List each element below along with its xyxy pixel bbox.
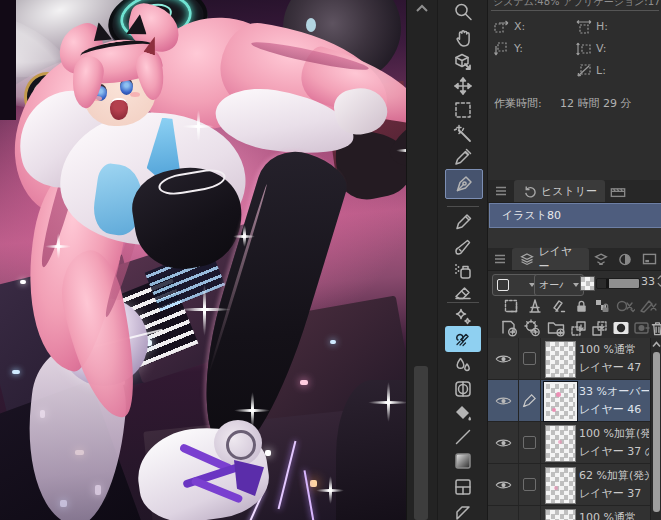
info-panel: システム:48% アプリケーション:17% X: H: Y: V: L: 作業時… (488, 0, 661, 180)
layer-menu-button[interactable] (488, 248, 512, 270)
history-panel: ヒストリー イラスト80 (488, 180, 661, 248)
delete-layer-button[interactable] (646, 318, 661, 338)
opacity-spinner[interactable] (657, 275, 661, 287)
merge-to-lower-button[interactable] (589, 318, 611, 338)
tool-correct-line[interactable] (445, 500, 481, 520)
visibility-toggle[interactable] (488, 464, 519, 505)
ruler-disable-button[interactable] (638, 296, 660, 316)
auto-action-icon (610, 185, 626, 198)
tool-pencil[interactable] (445, 210, 481, 234)
canvas[interactable] (0, 0, 406, 520)
transfer-to-lower-button[interactable] (568, 318, 590, 338)
memory-status: システム:48% アプリケーション:17% (493, 0, 661, 9)
trash-icon (650, 320, 661, 337)
tool-auto-select[interactable] (445, 122, 481, 146)
spinner-down-icon (657, 282, 661, 287)
new-layer-icon (500, 319, 518, 337)
tool-blend[interactable] (445, 326, 481, 352)
lock-alpha-icon (594, 298, 610, 314)
layer-row[interactable]: 100 %加算(発光)レイヤー 37 のコピー (488, 422, 661, 464)
layer-mode: 33 %オーバーレイ (579, 385, 649, 398)
pennant-icon (453, 502, 473, 520)
opacity-slider[interactable] (596, 278, 640, 289)
lock-layer-button[interactable] (570, 296, 592, 316)
tool-eyedropper[interactable] (445, 145, 481, 169)
new-folder-button[interactable] (545, 318, 567, 338)
tab-auto-action[interactable] (605, 180, 631, 202)
layer-row-selected[interactable]: 33 %オーバーレイレイヤー 46 (488, 380, 661, 422)
tool-liquify[interactable] (445, 353, 481, 377)
tool-figure[interactable] (445, 377, 481, 401)
layer-list-scrollbar[interactable] (650, 338, 661, 520)
gradient-icon (453, 451, 473, 471)
tool-frame[interactable] (445, 475, 481, 499)
draw-on-layer-button[interactable] (548, 296, 570, 316)
tab-layer[interactable]: レイヤー (512, 248, 588, 270)
history-item[interactable]: イラスト80 (489, 203, 661, 228)
scroll-up-icon[interactable] (415, 3, 429, 13)
layer-mask-button[interactable] (610, 318, 632, 338)
chevron-down-icon (573, 283, 579, 287)
new-layer-settings-button[interactable] (521, 318, 543, 338)
tab-tone[interactable] (613, 248, 637, 270)
visibility-toggle[interactable] (488, 380, 519, 421)
mask-disable-button[interactable] (614, 296, 636, 316)
layer-row[interactable]: 100 %通常 (488, 506, 661, 520)
layer-scrollbar-thumb[interactable] (653, 352, 660, 512)
clipping-icon (503, 298, 519, 314)
tool-zoom[interactable] (445, 0, 481, 24)
clip-to-layer-below-button[interactable] (500, 296, 522, 316)
layer-thumbnail[interactable] (545, 467, 576, 504)
work-time-label: 作業時間: (494, 96, 542, 111)
x-coord-label: X: (514, 20, 525, 33)
lock-transparent-pixel-button[interactable] (591, 296, 613, 316)
layer-mode: 100 %通常 (579, 343, 636, 356)
blend-mode-combo[interactable]: オーバ (534, 274, 584, 296)
canvas-vertical-scrollbar[interactable] (406, 0, 438, 520)
mask-x-icon (615, 298, 635, 314)
editing-pencil-icon (522, 394, 536, 408)
airbrush-icon (453, 261, 473, 281)
tab-layer-property[interactable] (638, 248, 661, 270)
y-coord-label: Y: (514, 42, 523, 55)
layer-row[interactable]: 62 %加算(発光)レイヤー 37 (488, 464, 661, 506)
tool-airbrush[interactable] (445, 259, 481, 283)
tool-rotate[interactable] (445, 50, 481, 74)
tool-move[interactable] (445, 74, 481, 98)
layer-mask-icon (612, 320, 630, 336)
eraser-icon (453, 283, 473, 303)
canvas-scrollbar-thumb[interactable] (414, 366, 428, 520)
water-drops-icon (453, 355, 473, 375)
layer-row[interactable]: 100 %通常レイヤー 47 (488, 338, 661, 380)
visibility-toggle[interactable] (488, 338, 519, 379)
history-menu-button[interactable] (488, 180, 514, 202)
visibility-toggle[interactable] (488, 506, 519, 520)
magnifier-icon (453, 2, 473, 22)
layer-thumbnail[interactable] (545, 341, 576, 378)
layer-checkbox[interactable] (523, 436, 536, 449)
layer-checkbox[interactable] (523, 352, 536, 365)
layer-thumbnail[interactable] (545, 425, 576, 462)
tool-marquee[interactable] (445, 98, 481, 122)
new-raster-layer-button[interactable] (498, 318, 520, 338)
tab-history[interactable]: ヒストリー (514, 180, 605, 202)
tool-brush[interactable] (445, 235, 481, 259)
scroll-up-icon[interactable] (652, 341, 661, 348)
palette-color-combo[interactable] (492, 274, 540, 296)
lock-icon (574, 298, 589, 314)
visibility-toggle[interactable] (488, 422, 519, 463)
right-panel: システム:48% アプリケーション:17% X: H: Y: V: L: 作業時… (487, 0, 661, 520)
tool-gradient[interactable] (445, 449, 481, 473)
layer-panel: レイヤー オーバ 33 (488, 248, 661, 520)
reference-layer-button[interactable] (524, 296, 546, 316)
layer-thumbnail[interactable] (544, 382, 577, 421)
tool-fill[interactable] (445, 401, 481, 425)
layer-checkbox[interactable] (523, 478, 536, 491)
layer-name: レイヤー 37 (579, 487, 641, 500)
layer-thumbnail[interactable] (545, 509, 576, 520)
tool-hand[interactable] (445, 26, 481, 50)
tool-line[interactable] (445, 425, 481, 449)
layer-name: レイヤー 37 のコピー (579, 445, 649, 458)
tool-pen[interactable] (445, 169, 483, 199)
tab-layer-search[interactable] (589, 248, 613, 270)
